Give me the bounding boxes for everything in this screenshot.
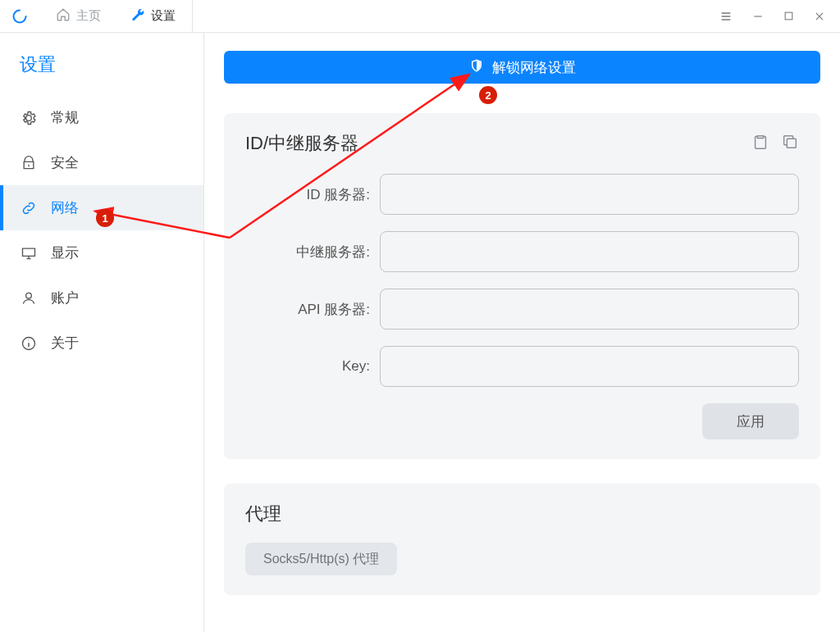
home-icon (56, 7, 71, 25)
socks5-proxy-chip[interactable]: Socks5/Http(s) 代理 (245, 543, 397, 575)
id-server-label: ID 服务器: (245, 185, 380, 204)
sidebar-item-label: 显示 (51, 243, 79, 262)
sidebar-item-label: 安全 (51, 153, 79, 172)
tab-home-label: 主页 (76, 8, 101, 24)
id-server-input[interactable] (380, 174, 799, 215)
info-icon (20, 335, 38, 352)
maximize-icon[interactable] (783, 11, 794, 21)
sidebar: 设置 常规 安全 网络 显示 (0, 33, 204, 632)
key-input[interactable] (380, 346, 799, 387)
proxy-card-title: 代理 (245, 502, 799, 526)
person-icon (20, 290, 38, 307)
sidebar-item-label: 网络 (51, 198, 79, 217)
sidebar-item-label: 关于 (51, 334, 79, 352)
tab-settings-label: 设置 (151, 8, 176, 24)
server-card-header: ID/中继服务器 (245, 131, 799, 156)
relay-server-label: 中继服务器: (245, 243, 380, 261)
clipboard-icon[interactable] (751, 133, 769, 154)
app-logo-icon (11, 8, 28, 25)
window-controls (705, 10, 840, 23)
svg-rect-2 (787, 139, 796, 148)
server-card-title: ID/中继服务器 (245, 131, 751, 156)
copy-icon[interactable] (781, 133, 799, 154)
row-key: Key: (245, 346, 799, 387)
row-api-server: API 服务器: (245, 289, 799, 330)
monitor-icon (20, 245, 38, 261)
main-panel: 解锁网络设置 ID/中继服务器 ID 服务器: (204, 33, 840, 632)
gear-icon (20, 110, 38, 126)
sidebar-title: 设置 (0, 48, 203, 95)
sidebar-item-display[interactable]: 显示 (0, 230, 203, 275)
key-label: Key: (245, 358, 380, 375)
server-form: ID 服务器: 中继服务器: API 服务器: Key: 应用 (245, 174, 799, 439)
sidebar-item-about[interactable]: 关于 (0, 321, 203, 366)
sidebar-item-label: 常规 (51, 108, 79, 127)
tab-strip: 主页 设置 (0, 0, 705, 32)
sidebar-item-account[interactable]: 账户 (0, 275, 203, 321)
app-logo-tab[interactable] (0, 0, 44, 32)
apply-row: 应用 (245, 403, 799, 439)
unlock-button-label: 解锁网络设置 (492, 58, 576, 77)
tab-home[interactable]: 主页 (44, 0, 117, 32)
sidebar-item-label: 账户 (51, 289, 79, 307)
app-body: 设置 常规 安全 网络 显示 (0, 33, 840, 632)
server-card-actions (751, 133, 799, 154)
svg-rect-0 (785, 12, 792, 20)
sidebar-item-network[interactable]: 网络 (0, 185, 203, 230)
unlock-network-settings-button[interactable]: 解锁网络设置 (224, 51, 820, 84)
lock-icon (20, 155, 38, 171)
api-server-input[interactable] (380, 289, 799, 330)
api-server-label: API 服务器: (245, 300, 380, 319)
wrench-icon (130, 7, 145, 25)
tab-settings[interactable]: 设置 (117, 0, 193, 32)
row-id-server: ID 服务器: (245, 174, 799, 215)
sidebar-item-general[interactable]: 常规 (0, 95, 203, 140)
relay-server-input[interactable] (380, 231, 799, 272)
shield-icon (469, 58, 484, 77)
close-icon[interactable] (814, 11, 825, 22)
minimize-icon[interactable] (752, 11, 764, 22)
apply-button[interactable]: 应用 (702, 403, 799, 439)
link-icon (20, 200, 38, 216)
sidebar-item-security[interactable]: 安全 (0, 140, 203, 185)
titlebar: 主页 设置 (0, 0, 840, 33)
server-card: ID/中继服务器 ID 服务器: 中继服务器: (224, 113, 820, 459)
row-relay-server: 中继服务器: (245, 231, 799, 272)
proxy-card: 代理 Socks5/Http(s) 代理 (224, 484, 820, 595)
menu-icon[interactable] (719, 10, 733, 23)
